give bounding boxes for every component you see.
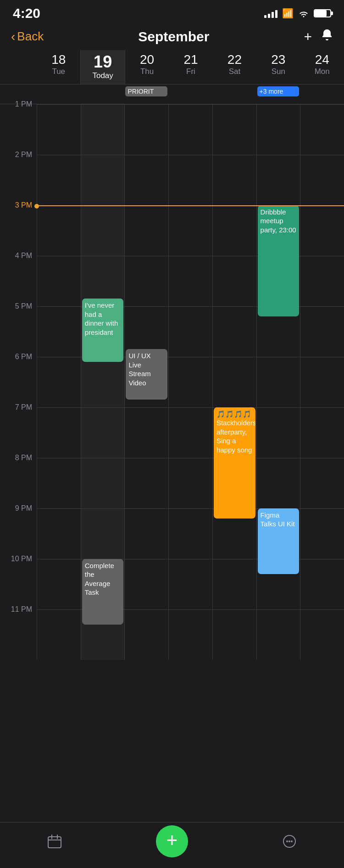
chat-tab-icon bbox=[282, 834, 297, 849]
day-header-sun[interactable]: 23 Sun bbox=[256, 50, 300, 84]
calendar-grid: 1 PM2 PM3 PM4 PM5 PM6 PM7 PM8 PM9 PM10 P… bbox=[0, 104, 344, 660]
time-label-3-PM: 3 PM bbox=[15, 201, 32, 209]
event-uiux[interactable]: UI / UX Live Stream Video bbox=[126, 349, 167, 400]
day-header-today[interactable]: 19 Today bbox=[80, 50, 125, 84]
allday-cell-6 bbox=[300, 85, 344, 104]
time-label-5-PM: 5 PM bbox=[15, 302, 32, 310]
day-label: Mon bbox=[300, 67, 344, 76]
add-icon: + bbox=[166, 831, 178, 850]
back-button[interactable]: ‹ Back bbox=[11, 29, 44, 44]
time-label-8-PM: 8 PM bbox=[15, 454, 32, 462]
page-title: September bbox=[138, 29, 209, 45]
day-number: 23 bbox=[256, 53, 300, 67]
day-label: Thu bbox=[125, 67, 169, 76]
time-label-11-PM: 11 PM bbox=[11, 605, 32, 614]
allday-cell-5: +3 more bbox=[256, 85, 300, 104]
allday-cell-2: PRIORIT bbox=[124, 85, 168, 104]
day-label: Today bbox=[81, 71, 124, 80]
event-figma[interactable]: Figma Talks UI Kit bbox=[258, 508, 300, 574]
day-number: 20 bbox=[125, 53, 169, 67]
svg-point-6 bbox=[289, 840, 290, 842]
header: ‹ Back September + bbox=[0, 25, 344, 50]
wifi-icon: 📶 bbox=[282, 8, 294, 19]
chat-tab[interactable] bbox=[282, 834, 297, 849]
day-header-tue[interactable]: 18 Tue bbox=[37, 50, 80, 84]
notifications-button[interactable] bbox=[321, 28, 333, 45]
status-icons: 📶 bbox=[264, 8, 331, 19]
allday-cell-0 bbox=[37, 85, 81, 104]
allday-event-PRIORIT[interactable]: PRIORIT bbox=[125, 86, 167, 96]
time-label-6-PM: 6 PM bbox=[15, 353, 32, 361]
day-column-4: 🎵🎵🎵🎵 Stackholders afterparty, Sing a hap… bbox=[212, 104, 256, 660]
svg-point-7 bbox=[291, 840, 293, 842]
day-header-row: 18 Tue 19 Today 20 Thu 21 Fri 22 Sat 23 … bbox=[0, 50, 344, 85]
allday-cell-4 bbox=[212, 85, 256, 104]
day-column-3 bbox=[168, 104, 212, 660]
calendar-tab[interactable] bbox=[47, 834, 62, 849]
back-label: Back bbox=[17, 29, 44, 44]
calendar-tab-icon bbox=[47, 834, 62, 849]
wifi-icon bbox=[298, 9, 309, 17]
time-label-9-PM: 9 PM bbox=[15, 504, 32, 513]
add-button[interactable]: + bbox=[156, 825, 188, 857]
day-label: Fri bbox=[169, 67, 212, 76]
day-number: 22 bbox=[213, 53, 256, 67]
day-column-1: I've never had a dinner with presidantCo… bbox=[81, 104, 125, 660]
time-label-1-PM: 1 PM bbox=[15, 100, 32, 108]
day-number: 24 bbox=[300, 53, 344, 67]
back-arrow-icon: ‹ bbox=[11, 29, 15, 44]
day-number: 21 bbox=[169, 53, 212, 67]
header-actions: + bbox=[304, 28, 333, 45]
day-label: Sat bbox=[213, 67, 256, 76]
day-header-mon[interactable]: 24 Mon bbox=[300, 50, 344, 84]
day-column-2: UI / UX Live Stream Video bbox=[124, 104, 168, 660]
allday-cell-3 bbox=[168, 85, 212, 104]
day-column-6 bbox=[300, 104, 344, 660]
day-number: 18 bbox=[37, 53, 80, 67]
time-label-2-PM: 2 PM bbox=[15, 151, 32, 159]
event-dinner[interactable]: I've never had a dinner with presidant bbox=[82, 299, 124, 362]
day-header-thu[interactable]: 20 Thu bbox=[125, 50, 169, 84]
current-time-line bbox=[37, 205, 344, 206]
day-number: 19 bbox=[81, 53, 124, 71]
time-label-10-PM: 10 PM bbox=[11, 555, 32, 563]
day-label: Sun bbox=[256, 67, 300, 76]
day-label: Tue bbox=[37, 67, 80, 76]
day-column-0 bbox=[37, 104, 81, 660]
time-label-7-PM: 7 PM bbox=[15, 403, 32, 411]
event-task[interactable]: Complete the Average Task bbox=[82, 559, 124, 625]
time-label-4-PM: 4 PM bbox=[15, 252, 32, 260]
event-stackholders[interactable]: 🎵🎵🎵🎵 Stackholders afterparty, Sing a hap… bbox=[214, 407, 255, 519]
day-header-sat[interactable]: 22 Sat bbox=[213, 50, 256, 84]
allday-event-+3 more[interactable]: +3 more bbox=[257, 86, 300, 96]
day-column-5: Dribbble meetup party, 23:00Figma Talks … bbox=[256, 104, 300, 660]
day-header-fri[interactable]: 21 Fri bbox=[169, 50, 212, 84]
signal-icon bbox=[264, 9, 277, 18]
status-time: 4:20 bbox=[13, 6, 40, 21]
allday-row: PRIORIT+3 more bbox=[0, 85, 344, 104]
status-bar: 4:20 📶 bbox=[0, 0, 344, 25]
svg-rect-0 bbox=[48, 837, 61, 848]
battery-icon bbox=[314, 9, 331, 17]
event-dribbble[interactable]: Dribbble meetup party, 23:00 bbox=[258, 205, 300, 316]
add-event-button[interactable]: + bbox=[304, 29, 312, 45]
svg-point-5 bbox=[286, 840, 288, 842]
allday-cell-1 bbox=[81, 85, 125, 104]
tab-bar: + bbox=[0, 822, 344, 868]
